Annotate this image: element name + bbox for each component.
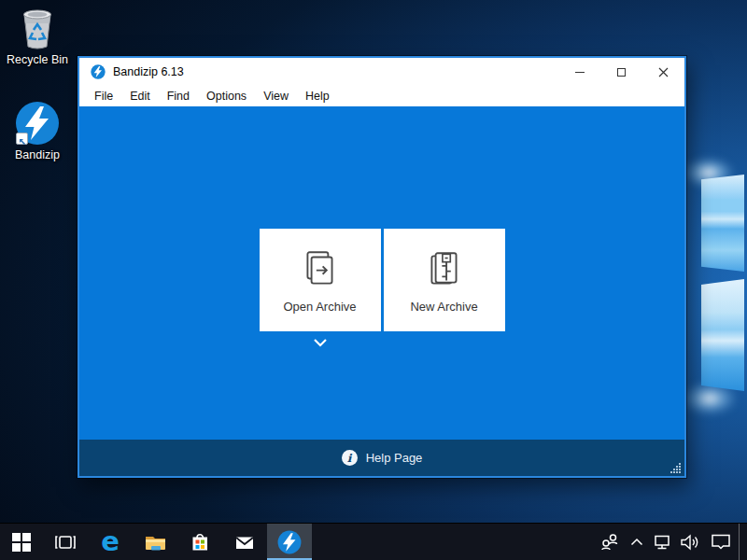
system-tray (595, 524, 747, 560)
desktop-icon-label: Bandizip (15, 148, 60, 161)
new-archive-button[interactable]: New Archive (384, 229, 505, 331)
window-content: Open Archive New Archive (79, 106, 684, 440)
new-archive-label: New Archive (410, 300, 477, 314)
mail-icon (233, 532, 256, 553)
people-icon (599, 533, 620, 552)
people-button[interactable] (595, 524, 625, 560)
show-desktop-button[interactable] (739, 524, 745, 560)
windows-start-icon (11, 532, 32, 553)
volume-button[interactable] (674, 524, 703, 560)
network-icon (653, 534, 671, 551)
close-icon (658, 67, 669, 77)
edge-icon: e (101, 528, 120, 555)
bandizip-taskbar-button[interactable] (267, 524, 312, 560)
help-bar[interactable]: i Help Page (79, 440, 684, 476)
action-center-button[interactable] (703, 524, 739, 560)
volume-icon (679, 533, 699, 552)
new-archive-icon (423, 247, 466, 290)
help-page-label: Help Page (366, 451, 423, 465)
taskbar: e (0, 523, 747, 560)
task-view-icon (54, 532, 77, 553)
menu-item-help[interactable]: Help (297, 88, 338, 105)
close-button[interactable] (642, 58, 684, 86)
desktop-wallpaper: Recycle Bin Bandizip Bandizip 6.13 (0, 0, 747, 560)
file-explorer-icon (144, 532, 167, 553)
start-button[interactable] (0, 524, 43, 560)
open-archive-label: Open Archive (283, 300, 356, 314)
menu-item-file[interactable]: File (86, 88, 121, 105)
maximize-icon (617, 68, 626, 77)
window-title: Bandizip 6.13 (113, 65, 184, 78)
file-explorer-button[interactable] (133, 524, 177, 560)
shortcut-arrow-icon (16, 133, 28, 145)
desktop-icon-label: Recycle Bin (7, 53, 68, 66)
store-button[interactable] (177, 524, 222, 560)
minimize-button[interactable] (558, 58, 600, 86)
network-button[interactable] (649, 524, 674, 560)
maximize-button[interactable] (600, 58, 642, 86)
open-archive-icon (299, 247, 342, 290)
resize-grip[interactable] (669, 462, 682, 474)
menu-item-find[interactable]: Find (159, 88, 198, 105)
edge-button[interactable]: e (88, 524, 133, 560)
titlebar[interactable]: Bandizip 6.13 (79, 58, 684, 86)
bandizip-logo-icon (91, 64, 106, 79)
wallpaper-hero-glow (687, 89, 747, 481)
bandizip-window: Bandizip 6.13 File Edit Find Options Vie… (78, 56, 686, 478)
mail-button[interactable] (222, 524, 267, 560)
info-icon: i (342, 450, 358, 466)
menu-item-options[interactable]: Options (198, 88, 255, 105)
store-icon (189, 531, 211, 553)
recycle-bin-icon (17, 6, 58, 50)
bandizip-logo-icon (277, 530, 302, 554)
menu-item-edit[interactable]: Edit (121, 88, 159, 105)
menu-item-view[interactable]: View (255, 88, 297, 105)
desktop-icon-recycle-bin[interactable]: Recycle Bin (0, 6, 75, 66)
task-view-button[interactable] (43, 524, 88, 560)
action-center-icon (711, 533, 731, 551)
minimize-icon (575, 72, 585, 73)
tray-expand-button[interactable] (625, 524, 649, 560)
chevron-down-icon[interactable] (313, 338, 328, 347)
chevron-up-icon (630, 538, 643, 546)
desktop-icon-bandizip[interactable]: Bandizip (0, 101, 75, 161)
open-archive-button[interactable]: Open Archive (260, 229, 381, 331)
menu-bar: File Edit Find Options View Help (79, 86, 684, 106)
